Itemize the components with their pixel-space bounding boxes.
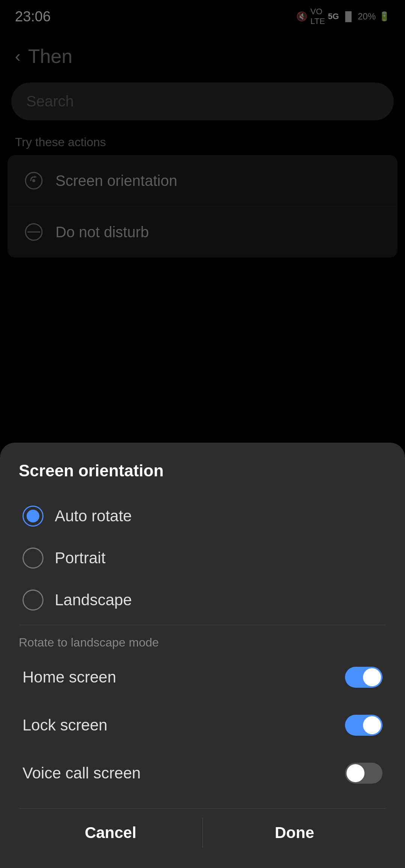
section-divider xyxy=(19,625,386,625)
rotate-section-label: Rotate to landscape mode xyxy=(19,636,386,650)
toggle-row-home-screen: Home screen xyxy=(19,653,386,701)
voice-call-toggle-knob xyxy=(346,764,364,782)
voice-call-label: Voice call screen xyxy=(22,764,141,782)
orientation-radio-group: Auto rotate Portrait Landscape xyxy=(19,495,386,621)
lock-screen-toggle-knob xyxy=(363,716,381,734)
lock-screen-label: Lock screen xyxy=(22,716,107,734)
toggle-row-voice-call: Voice call screen xyxy=(19,749,386,797)
cancel-button[interactable]: Cancel xyxy=(19,809,202,857)
radio-portrait-circle xyxy=(22,548,44,569)
home-screen-label: Home screen xyxy=(22,668,116,686)
radio-portrait-label: Portrait xyxy=(55,549,105,567)
radio-portrait[interactable]: Portrait xyxy=(19,537,386,579)
dialog-buttons: Cancel Done xyxy=(19,808,386,857)
done-button[interactable]: Done xyxy=(203,809,387,857)
radio-auto-rotate[interactable]: Auto rotate xyxy=(19,495,386,537)
radio-landscape-label: Landscape xyxy=(55,591,132,609)
toggle-row-lock-screen: Lock screen xyxy=(19,701,386,749)
lock-screen-toggle[interactable] xyxy=(345,715,382,736)
radio-landscape[interactable]: Landscape xyxy=(19,579,386,621)
home-screen-toggle[interactable] xyxy=(345,667,382,688)
screen-orientation-dialog: Screen orientation Auto rotate Portrait … xyxy=(0,443,405,868)
home-screen-toggle-knob xyxy=(363,668,381,686)
radio-landscape-circle xyxy=(22,590,44,611)
dialog-title: Screen orientation xyxy=(19,461,386,480)
radio-auto-rotate-circle xyxy=(22,506,44,527)
voice-call-toggle[interactable] xyxy=(345,763,382,784)
radio-auto-rotate-label: Auto rotate xyxy=(55,507,132,525)
